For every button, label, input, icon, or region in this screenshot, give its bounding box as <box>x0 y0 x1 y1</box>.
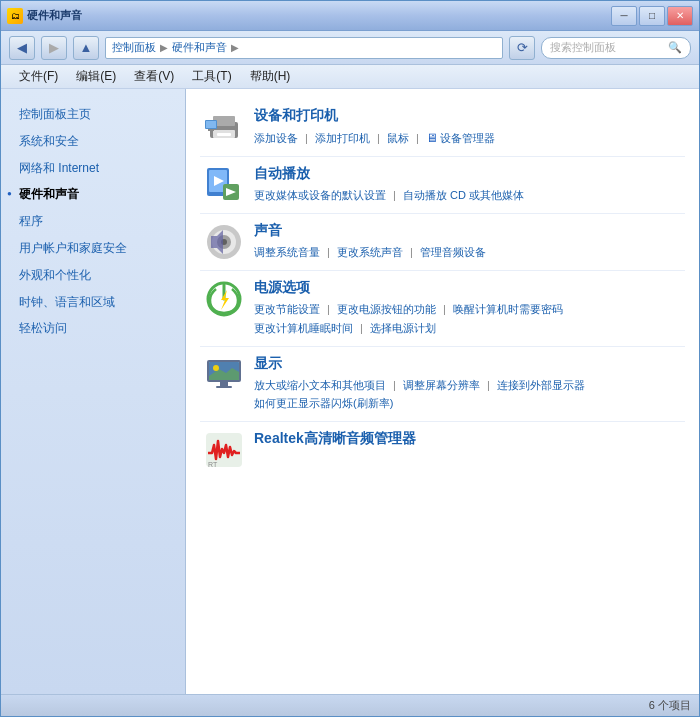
breadcrumb-sep-2: ▶ <box>231 42 239 53</box>
window-title: 硬件和声音 <box>27 8 82 23</box>
svg-rect-3 <box>217 133 231 136</box>
maximize-button[interactable]: □ <box>639 6 665 26</box>
sidebar-item-appearance[interactable]: 外观和个性化 <box>1 262 185 289</box>
sidebar-item-network[interactable]: 网络和 Internet <box>1 155 185 182</box>
address-bar: ◀ ▶ ▲ 控制面板 ▶ 硬件和声音 ▶ ⟳ 搜索控制面板 🔍 <box>1 31 699 65</box>
sound-title[interactable]: 声音 <box>254 222 681 240</box>
category-power: 电源选项 更改节能设置 | 更改电源按钮的功能 | 唤醒计算机时需要密码 更改计… <box>200 271 685 346</box>
svg-point-21 <box>213 365 219 371</box>
svg-rect-5 <box>206 121 216 128</box>
link-resolution[interactable]: 调整屏幕分辨率 <box>403 379 480 391</box>
realtek-info: Realtek高清晰音频管理器 <box>254 430 681 451</box>
forward-button[interactable]: ▶ <box>41 36 67 60</box>
device-manager-icon: 🖥 <box>426 128 438 148</box>
power-info: 电源选项 更改节能设置 | 更改电源按钮的功能 | 唤醒计算机时需要密码 更改计… <box>254 279 681 337</box>
search-icon[interactable]: 🔍 <box>668 41 682 54</box>
realtek-title[interactable]: Realtek高清晰音频管理器 <box>254 430 681 448</box>
autoplay-icon <box>204 165 244 205</box>
sound-links: 调整系统音量 | 更改系统声音 | 管理音频设备 <box>254 243 681 262</box>
link-sleep-time[interactable]: 更改计算机睡眠时间 <box>254 322 353 334</box>
sidebar-item-home[interactable]: 控制面板主页 <box>1 101 185 128</box>
link-text-size[interactable]: 放大或缩小文本和其他项目 <box>254 379 386 391</box>
display-title[interactable]: 显示 <box>254 355 681 373</box>
title-bar-left: 🗂 硬件和声音 <box>7 8 82 24</box>
link-manage-audio[interactable]: 管理音频设备 <box>420 246 486 258</box>
breadcrumb-parent[interactable]: 硬件和声音 <box>172 40 227 55</box>
menu-edit[interactable]: 编辑(E) <box>68 66 124 87</box>
power-icon <box>204 279 244 319</box>
link-add-device[interactable]: 添加设备 <box>254 132 298 144</box>
link-change-sound[interactable]: 更改系统声音 <box>337 246 403 258</box>
breadcrumb-bar: 控制面板 ▶ 硬件和声音 ▶ <box>105 37 503 59</box>
main-content: 控制面板主页 系统和安全 网络和 Internet 硬件和声音 程序 用户帐户和… <box>1 89 699 694</box>
power-title[interactable]: 电源选项 <box>254 279 681 297</box>
autoplay-info: 自动播放 更改媒体或设备的默认设置 | 自动播放 CD 或其他媒体 <box>254 165 681 205</box>
sidebar-item-system[interactable]: 系统和安全 <box>1 128 185 155</box>
category-display: 显示 放大或缩小文本和其他项目 | 调整屏幕分辨率 | 连接到外部显示器 如何更… <box>200 347 685 422</box>
sound-info: 声音 调整系统音量 | 更改系统声音 | 管理音频设备 <box>254 222 681 262</box>
menu-file[interactable]: 文件(F) <box>11 66 66 87</box>
sidebar-item-hardware[interactable]: 硬件和声音 <box>1 181 185 208</box>
minimize-button[interactable]: ─ <box>611 6 637 26</box>
window-icon: 🗂 <box>7 8 23 24</box>
devices-icon <box>204 107 244 147</box>
status-bar: 6 个项目 <box>1 694 699 716</box>
close-button[interactable]: ✕ <box>667 6 693 26</box>
svg-rect-22 <box>220 382 228 386</box>
title-bar: 🗂 硬件和声音 ─ □ ✕ <box>1 1 699 31</box>
breadcrumb-sep-1: ▶ <box>160 42 168 53</box>
category-autoplay: 自动播放 更改媒体或设备的默认设置 | 自动播放 CD 或其他媒体 <box>200 157 685 214</box>
devices-info: 设备和打印机 添加设备 | 添加打印机 | 鼠标 | 🖥 设备管理器 <box>254 107 681 148</box>
autoplay-title[interactable]: 自动播放 <box>254 165 681 183</box>
svg-text:RT: RT <box>208 461 218 468</box>
category-realtek: RT Realtek高清晰音频管理器 <box>200 422 685 478</box>
menu-bar: 文件(F) 编辑(E) 查看(V) 工具(T) 帮助(H) <box>1 65 699 89</box>
link-device-manager[interactable]: 设备管理器 <box>440 129 495 148</box>
devices-links: 添加设备 | 添加打印机 | 鼠标 | 🖥 设备管理器 <box>254 128 681 148</box>
link-connect-external[interactable]: 连接到外部显示器 <box>497 379 585 391</box>
display-icon <box>204 355 244 395</box>
up-button[interactable]: ▲ <box>73 36 99 60</box>
autoplay-links: 更改媒体或设备的默认设置 | 自动播放 CD 或其他媒体 <box>254 186 681 205</box>
sidebar: 控制面板主页 系统和安全 网络和 Internet 硬件和声音 程序 用户帐户和… <box>1 89 186 694</box>
svg-rect-6 <box>208 129 214 131</box>
realtek-icon: RT <box>204 430 244 470</box>
menu-help[interactable]: 帮助(H) <box>242 66 299 87</box>
menu-view[interactable]: 查看(V) <box>126 66 182 87</box>
content-area: 设备和打印机 添加设备 | 添加打印机 | 鼠标 | 🖥 设备管理器 <box>186 89 699 694</box>
svg-rect-23 <box>216 386 232 388</box>
link-power-plan[interactable]: 选择电源计划 <box>370 322 436 334</box>
link-autoplay-cd[interactable]: 自动播放 CD 或其他媒体 <box>403 189 524 201</box>
items-count: 6 个项目 <box>649 698 691 713</box>
display-info: 显示 放大或缩小文本和其他项目 | 调整屏幕分辨率 | 连接到外部显示器 如何更… <box>254 355 681 413</box>
sidebar-item-programs[interactable]: 程序 <box>1 208 185 235</box>
link-wake-password[interactable]: 唤醒计算机时需要密码 <box>453 303 563 315</box>
sidebar-item-clock[interactable]: 时钟、语言和区域 <box>1 289 185 316</box>
category-sound: 声音 调整系统音量 | 更改系统声音 | 管理音频设备 <box>200 214 685 271</box>
display-links: 放大或缩小文本和其他项目 | 调整屏幕分辨率 | 连接到外部显示器 如何更正显示… <box>254 376 681 413</box>
title-bar-controls: ─ □ ✕ <box>611 6 693 26</box>
sound-icon <box>204 222 244 262</box>
main-window: 🗂 硬件和声音 ─ □ ✕ ◀ ▶ ▲ 控制面板 ▶ 硬件和声音 ▶ ⟳ 搜索控… <box>0 0 700 717</box>
category-devices: 设备和打印机 添加设备 | 添加打印机 | 鼠标 | 🖥 设备管理器 <box>200 99 685 157</box>
link-power-settings[interactable]: 更改节能设置 <box>254 303 320 315</box>
power-links: 更改节能设置 | 更改电源按钮的功能 | 唤醒计算机时需要密码 更改计算机睡眠时… <box>254 300 681 337</box>
menu-tools[interactable]: 工具(T) <box>184 66 239 87</box>
link-refresh-rate[interactable]: 如何更正显示器闪烁(刷新率) <box>254 397 393 409</box>
link-power-button[interactable]: 更改电源按钮的功能 <box>337 303 436 315</box>
sidebar-item-ease[interactable]: 轻松访问 <box>1 315 185 342</box>
link-adjust-volume[interactable]: 调整系统音量 <box>254 246 320 258</box>
link-add-printer[interactable]: 添加打印机 <box>315 132 370 144</box>
refresh-button[interactable]: ⟳ <box>509 36 535 60</box>
link-mouse[interactable]: 鼠标 <box>387 132 409 144</box>
breadcrumb-home[interactable]: 控制面板 <box>112 40 156 55</box>
sidebar-item-users[interactable]: 用户帐户和家庭安全 <box>1 235 185 262</box>
search-bar[interactable]: 搜索控制面板 🔍 <box>541 37 691 59</box>
back-button[interactable]: ◀ <box>9 36 35 60</box>
link-change-media-default[interactable]: 更改媒体或设备的默认设置 <box>254 189 386 201</box>
devices-title[interactable]: 设备和打印机 <box>254 107 681 125</box>
search-placeholder: 搜索控制面板 <box>550 40 616 55</box>
